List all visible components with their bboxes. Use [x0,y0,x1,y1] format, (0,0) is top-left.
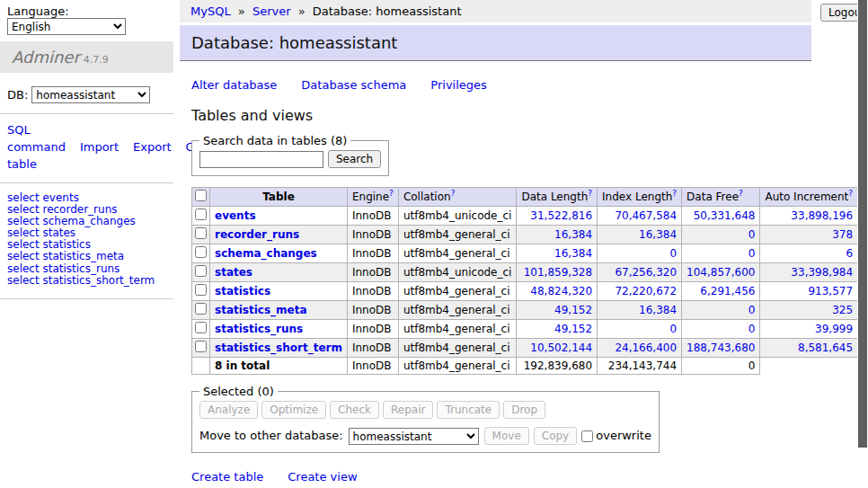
total-index-length: 234,143,744 [598,358,682,375]
data-free-link[interactable]: 0 [686,323,755,335]
data-length-link[interactable]: 49,152 [521,323,592,335]
tables-overview-table: Table Engine? Collation? Data Length? In… [191,187,868,375]
sidebar-divider [0,182,173,183]
collation-cell: utf8mb4_unicode_ci [398,263,517,282]
index-length-link[interactable]: 70,467,584 [602,209,677,222]
analyze-button[interactable]: Analyze [199,401,258,419]
repair-button[interactable]: Repair [383,401,433,419]
app-version: 4.7.9 [84,54,109,66]
main-content: MySQL » Server » Database: homeassistant… [180,0,813,488]
move-button[interactable]: Move [484,427,529,445]
data-length-link[interactable]: 16,384 [521,247,592,260]
table-name-link[interactable]: statistics [215,285,270,297]
data-length-link[interactable]: 10,502,144 [521,342,592,354]
row-checkbox[interactable] [195,322,207,333]
data-length-link[interactable]: 31,522,816 [521,209,592,222]
help-icon: ? [672,189,677,198]
auto-increment-link[interactable]: 33,398,984 [765,266,853,279]
row-checkbox[interactable] [195,209,207,220]
column-header-collation: Collation? [398,188,517,207]
table-name-link[interactable]: statistics_runs [215,323,303,335]
create-view-link[interactable]: Create view [288,470,357,484]
table-name-link[interactable]: statistics_meta [215,304,307,316]
data-free-link[interactable]: 0 [686,228,755,241]
collation-cell: utf8mb4_general_ci [398,226,517,244]
row-checkbox[interactable] [195,246,207,258]
column-header-engine: Engine? [347,188,398,207]
copy-button[interactable]: Copy [534,427,577,445]
auto-increment-link[interactable]: 33,898,196 [765,209,853,222]
row-checkbox[interactable] [195,265,207,277]
breadcrumb-link-mysql[interactable]: MySQL [190,4,231,18]
data-free-link[interactable]: 0 [686,247,755,260]
table-name-link[interactable]: schema_changes [215,247,317,260]
language-select[interactable]: English [7,18,126,35]
move-database-select[interactable]: homeassistant [349,428,479,445]
db-select[interactable]: homeassistant [31,86,150,103]
row-checkbox[interactable] [195,284,207,296]
search-button[interactable]: Search [328,150,381,168]
vertical-scrollbar[interactable] [857,0,868,488]
data-free-link[interactable]: 6,291,456 [686,285,755,297]
sidebar-item-select-statistics-runs[interactable]: select statistics_runs [7,263,180,275]
sidebar-link-export[interactable]: Export [133,140,172,154]
index-length-link[interactable]: 72,220,672 [602,285,677,297]
index-length-link[interactable]: 0 [602,247,677,260]
auto-increment-link[interactable]: 39,999 [765,323,853,335]
total-data-length: 192,839,680 [517,358,598,375]
breadcrumb-link-server[interactable]: Server [252,4,291,18]
data-free-link[interactable]: 104,857,600 [686,266,755,279]
table-name-link[interactable]: states [215,266,252,279]
index-length-link[interactable]: 16,384 [602,304,677,316]
index-length-link[interactable]: 16,384 [602,228,677,241]
table-name-link[interactable]: events [215,209,256,222]
help-icon: ? [848,189,853,198]
alter-database-link[interactable]: Alter database [191,78,277,92]
check-button[interactable]: Check [330,401,379,419]
data-length-link[interactable]: 16,384 [521,228,592,241]
sidebar-table-list: select events select recorder_runs selec… [7,192,180,287]
data-length-link[interactable]: 49,152 [521,304,592,316]
sidebar-divider [0,113,173,114]
total-collation: utf8mb4_general_ci [398,358,517,375]
total-label: 8 in total [210,358,348,375]
row-checkbox[interactable] [195,303,207,315]
database-schema-link[interactable]: Database schema [301,78,406,92]
sidebar-link-import[interactable]: Import [80,140,119,154]
data-length-link[interactable]: 101,859,328 [521,266,592,279]
row-checkbox[interactable] [195,227,207,239]
check-all-checkbox[interactable] [195,190,207,201]
scrollbar-thumb[interactable] [858,0,867,448]
tables-and-views-heading: Tables and views [191,107,813,124]
index-length-link[interactable]: 67,256,320 [602,266,677,279]
sidebar-item-select-statistics-short-term[interactable]: select statistics_short_term [7,275,180,287]
data-free-link[interactable]: 50,331,648 [686,209,755,222]
table-name-link[interactable]: recorder_runs [215,228,299,241]
search-input[interactable] [199,151,323,168]
total-engine: InnoDB [347,358,398,375]
auto-increment-link[interactable]: 913,577 [765,285,853,297]
row-checkbox[interactable] [195,341,207,352]
table-name-link[interactable]: statistics_short_term [215,342,342,354]
overwrite-checkbox[interactable] [581,430,593,442]
sidebar-item-select-statistics-meta[interactable]: select statistics_meta [7,251,180,262]
optimize-button[interactable]: Optimize [261,401,326,419]
adminer-logo-link[interactable]: Adminer [12,48,80,67]
drop-button[interactable]: Drop [503,401,545,419]
data-free-link[interactable]: 0 [686,304,755,316]
sidebar-link-sql-command[interactable]: SQL command [7,123,66,154]
sidebar: Language:English Adminer4.7.9 DB:homeass… [0,0,180,488]
privileges-link[interactable]: Privileges [430,78,487,92]
data-length-link[interactable]: 48,824,320 [521,285,592,297]
index-length-link[interactable]: 24,166,400 [602,342,677,354]
auto-increment-link[interactable]: 6 [765,247,853,260]
index-length-link[interactable]: 0 [602,323,677,335]
auto-increment-link[interactable]: 325 [765,304,853,316]
truncate-button[interactable]: Truncate [437,401,500,419]
data-free-link[interactable]: 188,743,680 [686,342,755,354]
collation-cell: utf8mb4_general_ci [398,339,517,358]
create-table-link[interactable]: Create table [191,470,263,484]
auto-increment-link[interactable]: 8,581,645 [765,342,853,354]
selected-fieldset: Selected (0) AnalyzeOptimizeCheckRepairT… [191,385,660,453]
auto-increment-link[interactable]: 378 [765,228,853,241]
